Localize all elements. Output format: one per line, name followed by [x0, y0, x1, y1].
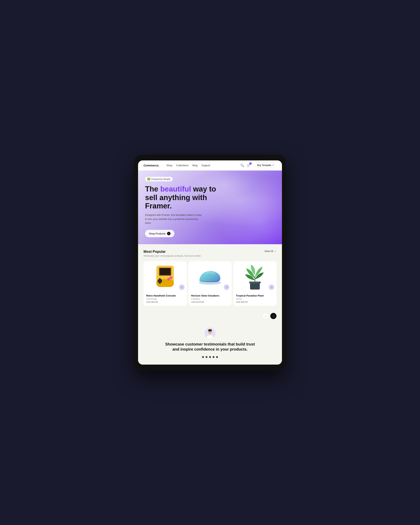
powered-badge: Powered by Shopify	[145, 177, 173, 181]
hero-title-accent: beautiful	[160, 185, 191, 193]
product-image-2: ↗	[188, 261, 232, 292]
cart-icon[interactable]: 🛒 0	[247, 164, 251, 167]
logo: Commerce_	[143, 164, 160, 167]
product-link-btn-1[interactable]: ↗	[179, 284, 185, 290]
product-price-2: USD $129.99	[191, 301, 229, 303]
device-frame: Commerce_ Shop Collections Blog Support …	[134, 155, 286, 370]
hero-title: The beautiful way to sell anything with …	[145, 185, 227, 210]
next-button[interactable]: →	[270, 313, 277, 319]
product-link-btn-2[interactable]: ↗	[224, 284, 229, 290]
svg-rect-15	[207, 335, 213, 338]
buy-template-button[interactable]: Buy Template ↗	[254, 163, 277, 168]
products-section: Most Popular View All → Showcase your mo…	[138, 244, 282, 310]
product-card-1: ↗ Retro Handheld Console Technology USD …	[143, 261, 187, 306]
star-4: ★	[212, 355, 215, 359]
product-name-2: Horizon Glow Sneakers	[191, 294, 229, 298]
star-5: ★	[215, 355, 219, 359]
testimonial-text: Showcase customer testimonials that buil…	[161, 342, 259, 352]
product-price-1: USD $59.99	[146, 301, 184, 303]
star-1: ★	[201, 355, 205, 359]
product-info-3: Tropical Paradise Plant Home USD $39.99	[233, 292, 277, 306]
shopify-icon	[147, 178, 150, 180]
pagination-row: ← →	[138, 310, 282, 323]
product-card-2: ↗ Horizon Glow Sneakers Footwear USD $12…	[188, 261, 232, 306]
svg-point-6	[167, 278, 170, 281]
product-link-btn-3[interactable]: ↗	[269, 284, 274, 290]
nav-icons: 🔍 🛒 0 Buy Template ↗	[240, 163, 277, 168]
testimonial-avatar	[205, 328, 215, 338]
products-grid: ↗ Retro Handheld Console Technology USD …	[143, 261, 277, 306]
star-3: ★	[208, 355, 212, 359]
cart-badge: 0	[249, 162, 252, 165]
gameboy-svg	[155, 266, 175, 288]
view-all-button[interactable]: View All →	[264, 250, 277, 253]
product-category-1: Technology	[146, 298, 184, 300]
product-image-3: ↗	[233, 261, 277, 292]
nav-blog[interactable]: Blog	[193, 164, 197, 167]
plant-svg	[244, 263, 266, 290]
product-category-2: Footwear	[191, 298, 229, 300]
search-icon[interactable]: 🔍	[240, 164, 244, 167]
nav-collections[interactable]: Collections	[176, 164, 189, 167]
svg-rect-5	[158, 279, 162, 282]
svg-rect-3	[160, 268, 170, 275]
section-header: Most Popular View All →	[143, 250, 277, 254]
product-image-1: ↗	[143, 261, 187, 292]
arrow-right-icon: →	[274, 250, 277, 253]
sneaker-svg	[197, 268, 223, 285]
prev-button[interactable]: ←	[262, 313, 269, 319]
browser-frame: Commerce_ Shop Collections Blog Support …	[138, 160, 282, 365]
navigation: Commerce_ Shop Collections Blog Support …	[138, 160, 282, 170]
hero-section: Powered by Shopify The beautiful way to …	[138, 170, 282, 244]
nav-support[interactable]: Support	[201, 164, 210, 167]
product-card-3: ↗ Tropical Paradise Plant Home USD $39.9…	[233, 261, 277, 306]
product-name-1: Retro Handheld Console	[146, 294, 184, 298]
product-info-2: Horizon Glow Sneakers Footwear USD $129.…	[188, 292, 232, 306]
section-title: Most Popular	[143, 250, 166, 254]
shop-products-button[interactable]: Shop Products ↗	[145, 230, 174, 237]
product-info-1: Retro Handheld Console Technology USD $5…	[143, 292, 187, 306]
external-link-icon: ↗	[272, 164, 274, 167]
svg-point-14	[208, 329, 212, 331]
nav-links: Shop Collections Blog Support	[167, 164, 236, 167]
star-rating: ★ ★ ★ ★ ★	[143, 355, 277, 359]
section-title-group: Most Popular	[143, 250, 166, 254]
star-2: ★	[205, 355, 208, 359]
svg-point-7	[169, 276, 172, 279]
nav-shop[interactable]: Shop	[167, 164, 172, 167]
section-subtitle: Showcase your most popular products, fro…	[143, 254, 277, 257]
product-name-3: Tropical Paradise Plant	[236, 294, 274, 298]
hero-subtitle: Designed with Framer, this template make…	[145, 213, 203, 225]
product-category-3: Home	[236, 298, 274, 300]
avatar-svg	[205, 328, 215, 338]
product-price-3: USD $39.99	[236, 301, 274, 303]
testimonial-section: Showcase customer testimonials that buil…	[138, 323, 282, 365]
arrow-icon: ↗	[167, 232, 170, 235]
